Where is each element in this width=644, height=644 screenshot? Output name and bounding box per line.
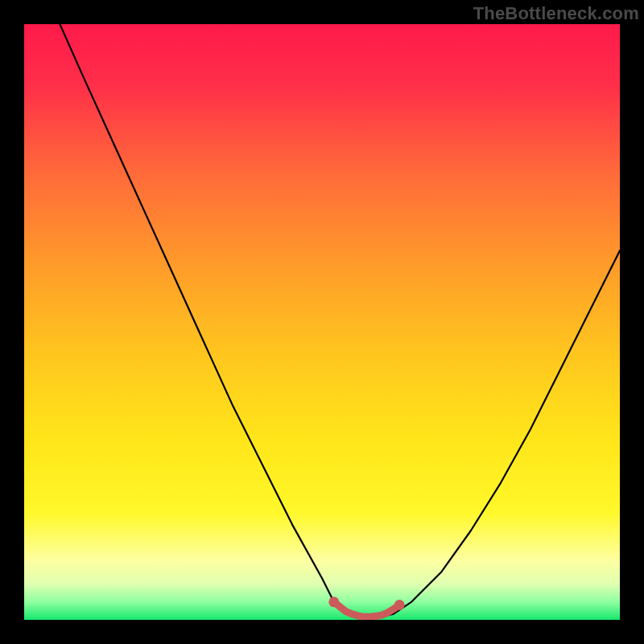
bottleneck-curve [24,24,620,620]
svg-point-2 [394,600,405,610]
chart-frame: TheBottleneck.com [0,0,644,644]
plot-area [24,24,620,620]
svg-point-1 [328,597,339,607]
watermark-text: TheBottleneck.com [473,3,639,24]
curve-line [60,24,620,617]
